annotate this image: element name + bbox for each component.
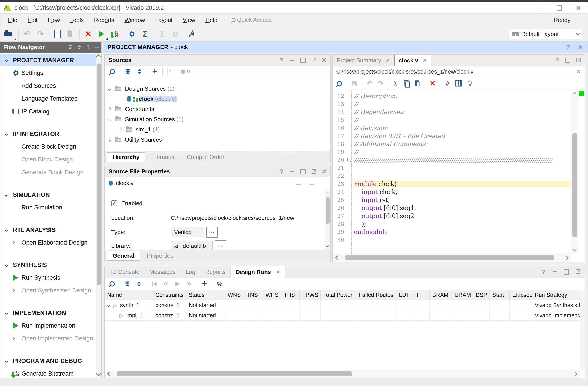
sidebar-item-run-simulation[interactable]: Run Simulation [0,201,96,214]
probe-slash-icon[interactable] [186,28,199,40]
close-icon[interactable] [576,43,585,51]
sidebar-item-settings[interactable]: Settings [0,66,96,79]
maximize-icon[interactable] [562,268,571,276]
column-header-elapsed[interactable]: Elapsed [510,290,532,300]
column-header-start[interactable]: Start [490,290,510,300]
column-header-ths[interactable]: THS [281,290,300,300]
column-header-tpws[interactable]: TPWS [300,290,321,300]
code-line-18[interactable]: 18// Additional Comments: [333,140,571,148]
add-icon[interactable] [150,67,160,76]
editor-vertical-scrollbar[interactable] [571,90,578,254]
code-line-19[interactable]: 19// [333,148,571,156]
column-header-status[interactable]: Status [186,290,225,300]
code-line-20[interactable]: 20//////////////////////////////////////… [333,156,571,164]
sources-tab-hierarchy[interactable]: Hierarchy [107,152,145,162]
sources-tab-libraries[interactable]: Libraries [147,153,180,162]
float-icon[interactable] [310,168,317,176]
tree-item-design-sources[interactable]: Design Sources (1) [105,83,331,94]
copy-icon[interactable] [402,79,411,88]
scroll-up-icon[interactable] [573,92,577,96]
tree-item-sim_1[interactable]: sim_1 (1) [105,124,331,135]
code-line-29[interactable]: 29endmodule [333,228,571,236]
chevron-right-icon[interactable] [107,138,111,142]
collapse-icon[interactable] [123,67,133,76]
run-row-impl_1[interactable]: ▷impl_1constrs_1Not startedVivado Implem… [105,310,580,321]
sidebar-item-generate-bitstream[interactable]: 0110Generate Bitstream [0,367,96,378]
tree-item-utility-sources[interactable]: Utility Sources [105,135,331,145]
sidebar-item-ip-catalog[interactable]: IP Catalog [0,105,96,118]
sidebar-item-open-block-design[interactable]: Open Block Design [0,153,96,166]
properties-tab-properties[interactable]: Properties [142,251,179,260]
minimize-icon[interactable] [551,268,559,276]
type-field[interactable]: Verilog [171,227,204,237]
copy-icon[interactable] [64,28,78,40]
chevron-down-icon[interactable] [107,87,111,91]
help-icon[interactable] [564,43,572,51]
tree-item-clock[interactable]: clock (clock.v) [105,94,331,104]
quick-access-input[interactable] [237,16,297,24]
flow-section-rtl-analysis[interactable]: RTL ANALYSIS [0,224,96,236]
open-report-icon[interactable] [51,28,64,40]
type-browse-button[interactable]: ⋯ [206,227,218,238]
help-doc-icon[interactable] [165,67,175,76]
code-line-27[interactable]: 27 output [6:0] seg2 [333,212,571,220]
column-header-whs[interactable]: WHS [263,290,281,300]
sidebar-item-open-implemented-design[interactable]: Open Implemented Design [0,332,96,345]
column-header-name[interactable]: Name [105,290,153,300]
column-header-dsp[interactable]: DSP [473,290,490,300]
scroll-down-icon[interactable] [96,370,101,376]
menu-window[interactable]: Window [119,14,150,26]
code-line-17[interactable]: 17// Revision 0.01 - File Created [333,132,571,140]
gear-icon[interactable] [572,79,582,88]
expand-icon[interactable] [134,279,144,288]
scroll-up-icon[interactable] [325,192,329,195]
sigma-icon[interactable] [139,28,152,40]
column-header-constraints[interactable]: Constraints [153,290,186,300]
sources-tab-compile-order[interactable]: Compile Order [182,153,230,162]
column-header-failed-routes[interactable]: Failed Routes [356,290,396,300]
sidebar-item-run-implementation[interactable]: Run Implementation [0,319,96,332]
tree-item-simulation-sources[interactable]: Simulation Sources (1) [105,114,331,124]
bottom-tab-reports[interactable]: Reports [200,266,231,278]
help-icon[interactable] [277,56,286,64]
column-header-run-strategy[interactable]: Run Strategy [532,290,580,300]
menu-file[interactable]: File [3,14,22,26]
columns-icon[interactable] [454,79,463,88]
minimize-icon[interactable] [288,56,296,64]
close-icon[interactable] [320,56,328,64]
search-icon[interactable] [107,67,118,76]
editor-horizontal-scrollbar[interactable] [333,254,571,262]
minimize-icon[interactable] [536,4,544,12]
expand-icon[interactable] [134,67,145,76]
scroll-right-icon[interactable] [573,372,578,376]
bulb-icon[interactable] [465,79,475,88]
scroll-left-icon[interactable] [335,255,340,260]
float-icon[interactable] [574,56,583,64]
run-state-icon[interactable]: ▷ [119,312,124,319]
scroll-right-icon[interactable] [564,255,569,260]
back-icon[interactable] [293,178,304,188]
scroll-down-icon[interactable] [573,247,577,251]
column-header-lut[interactable]: LUT [396,290,414,300]
help-icon[interactable] [277,168,286,176]
bottom-tab-log[interactable]: Log [181,266,200,278]
redo-icon[interactable] [34,28,47,40]
step-first-icon[interactable] [149,279,159,288]
properties-tab-general[interactable]: General [107,251,140,261]
percent-icon[interactable] [215,279,225,288]
menu-view[interactable]: View [178,14,200,26]
bottom-tab-design-runs[interactable]: Design Runs✕ [231,266,285,278]
scrollbar-thumb[interactable] [572,133,577,237]
collapse-icon[interactable] [122,279,132,288]
flow-section-synthesis[interactable]: SYNTHESIS [0,259,96,271]
help-icon[interactable] [553,56,561,64]
open-project-icon[interactable] [3,28,17,40]
properties-scrollbar[interactable] [325,190,331,250]
menu-flow[interactable]: Flow [43,14,65,26]
bottom-tab-messages[interactable]: Messages [144,266,181,278]
close-icon[interactable]: ✕ [576,68,581,75]
sidebar-item-run-synthesis[interactable]: Run Synthesis [0,271,96,284]
code-line-21[interactable]: 21 [333,164,571,172]
minimize-icon[interactable] [94,44,100,50]
column-header-wns[interactable]: WNS [225,290,244,300]
